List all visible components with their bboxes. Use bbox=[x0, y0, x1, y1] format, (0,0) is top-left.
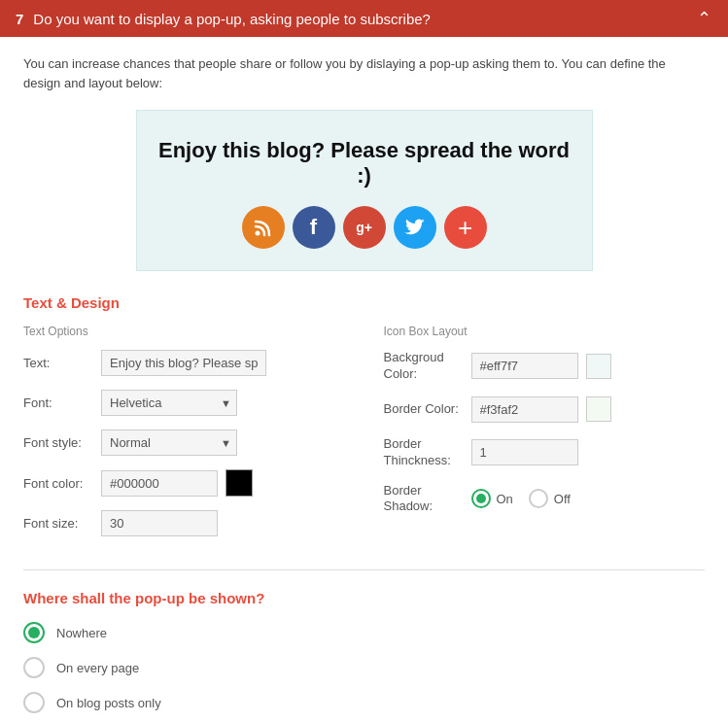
where-shown-title: Where shall the pop-up be shown? bbox=[23, 590, 705, 606]
font-color-field-row: Font color: bbox=[23, 469, 345, 497]
blog-posts-option[interactable]: On blog posts only bbox=[23, 692, 705, 713]
nowhere-option[interactable]: Nowhere bbox=[23, 622, 705, 643]
border-thickness-row: Border Thinckness: bbox=[384, 436, 706, 469]
google-plus-icon[interactable]: g+ bbox=[343, 206, 386, 249]
collapse-button[interactable]: ⌃ bbox=[695, 10, 712, 27]
bg-color-label: Backgroud Color: bbox=[384, 350, 471, 383]
font-color-input[interactable] bbox=[101, 470, 218, 497]
font-style-select-wrapper: Normal Bold Italic Bold Italic ▼ bbox=[101, 430, 237, 456]
section-divider bbox=[23, 569, 705, 570]
blog-posts-label: On blog posts only bbox=[56, 696, 161, 710]
font-size-field-row: Font size: bbox=[23, 510, 345, 536]
svg-point-0 bbox=[255, 231, 260, 236]
more-icon[interactable]: + bbox=[444, 206, 487, 249]
right-col-label: Icon Box Layout bbox=[384, 325, 706, 338]
nowhere-radio[interactable] bbox=[23, 622, 45, 643]
preview-box: Enjoy this blog? Please spread the word … bbox=[136, 110, 593, 271]
border-thickness-label: Border Thinckness: bbox=[384, 436, 471, 469]
border-shadow-label: Border Shadow: bbox=[384, 483, 471, 516]
border-shadow-row: Border Shadow: On Off bbox=[384, 483, 706, 516]
every-page-option[interactable]: On every page bbox=[23, 657, 705, 678]
left-col-label: Text Options bbox=[23, 325, 345, 338]
font-style-field-row: Font style: Normal Bold Italic Bold Ital… bbox=[23, 430, 345, 456]
section-header: 7 Do you want to display a pop-up, askin… bbox=[0, 0, 728, 37]
font-style-select[interactable]: Normal Bold Italic Bold Italic bbox=[101, 430, 237, 456]
bg-color-input[interactable] bbox=[471, 353, 578, 379]
content-area: You can increase chances that people sha… bbox=[0, 37, 728, 722]
border-color-row: Border Color: bbox=[384, 396, 706, 423]
font-select[interactable]: Helvetica Arial Georgia Times New Roman bbox=[101, 390, 237, 416]
border-shadow-off-label: Off bbox=[554, 492, 571, 506]
blog-posts-radio[interactable] bbox=[23, 692, 45, 713]
font-color-swatch[interactable] bbox=[225, 469, 253, 497]
section-number: 7 bbox=[16, 11, 23, 27]
facebook-icon[interactable]: f bbox=[293, 206, 335, 249]
border-shadow-on-label: On bbox=[497, 492, 513, 506]
preview-text: Enjoy this blog? Please spread the word … bbox=[156, 138, 572, 189]
border-color-preview[interactable] bbox=[586, 396, 611, 422]
text-label: Text: bbox=[23, 356, 101, 370]
right-column: Icon Box Layout Backgroud Color: Border … bbox=[374, 325, 706, 550]
twitter-icon[interactable] bbox=[394, 206, 436, 249]
nowhere-label: Nowhere bbox=[56, 626, 107, 640]
text-field-row: Text: bbox=[23, 350, 345, 376]
text-design-title: Text & Design bbox=[23, 294, 705, 311]
font-color-label: Font color: bbox=[23, 476, 101, 491]
border-shadow-on-radio[interactable] bbox=[471, 489, 491, 508]
border-shadow-off-radio[interactable] bbox=[529, 489, 548, 508]
bg-color-row: Backgroud Color: bbox=[384, 350, 706, 383]
every-page-radio[interactable] bbox=[23, 657, 45, 678]
border-thickness-input[interactable] bbox=[471, 439, 578, 465]
font-label: Font: bbox=[23, 395, 101, 410]
rss-icon[interactable] bbox=[242, 206, 285, 249]
font-select-wrapper: Helvetica Arial Georgia Times New Roman … bbox=[101, 390, 237, 416]
text-input[interactable] bbox=[101, 350, 266, 376]
left-column: Text Options Text: Font: Helvetica Arial… bbox=[23, 325, 374, 550]
every-page-label: On every page bbox=[56, 661, 139, 675]
font-size-label: Font size: bbox=[23, 516, 101, 531]
border-color-label: Border Color: bbox=[384, 401, 471, 418]
border-color-input[interactable] bbox=[471, 396, 578, 423]
font-field-row: Font: Helvetica Arial Georgia Times New … bbox=[23, 390, 345, 416]
border-shadow-radio-group: On Off bbox=[471, 489, 580, 508]
bg-color-preview[interactable] bbox=[586, 354, 611, 379]
font-size-input[interactable] bbox=[101, 510, 218, 536]
two-col-layout: Text Options Text: Font: Helvetica Arial… bbox=[23, 325, 705, 550]
header-left: 7 Do you want to display a pop-up, askin… bbox=[16, 11, 431, 27]
description-text: You can increase chances that people sha… bbox=[23, 54, 705, 92]
section-title: Do you want to display a pop-up, asking … bbox=[33, 11, 431, 27]
social-icons-row: f g+ + bbox=[156, 206, 572, 249]
font-style-label: Font style: bbox=[23, 435, 101, 450]
